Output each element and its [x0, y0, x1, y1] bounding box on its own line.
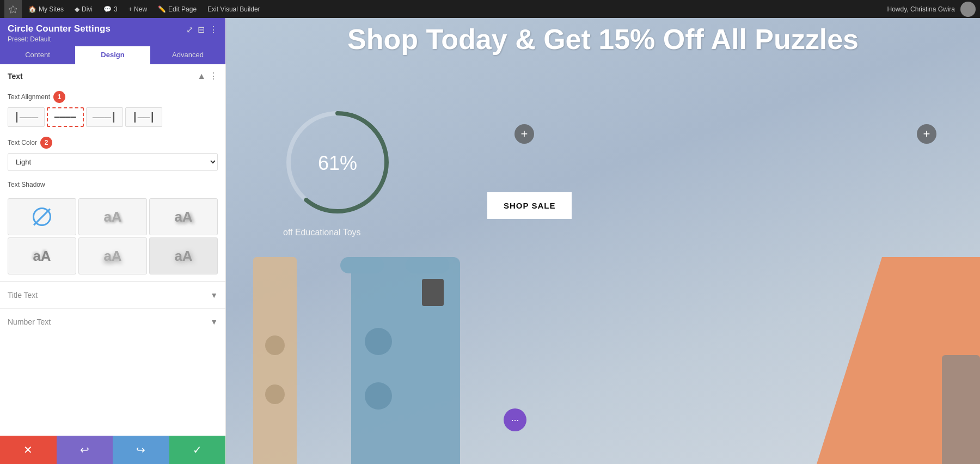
align-left-button[interactable]: ┃─── — [8, 107, 45, 127]
toy-wrench-body — [351, 257, 460, 464]
howdy-label: Howdy, Christina Gwira — [887, 5, 955, 13]
add-element-button-2[interactable]: + — [917, 124, 936, 144]
text-section-title: Text — [8, 72, 23, 81]
shadow-3-button[interactable]: aA — [8, 237, 76, 274]
divi-icon: ◆ — [75, 5, 79, 13]
home-icon: 🏠 — [28, 5, 36, 13]
toy-wrench-head-left — [340, 257, 384, 273]
settings-tabs: Content Design Advanced — [0, 46, 225, 64]
circle-label-text: off Educational Toys — [283, 228, 361, 237]
number-text-section: Number Text ▼ — [0, 308, 225, 335]
toy-bolt — [422, 279, 444, 306]
shadow-options: aA aA aA aA aA — [0, 195, 225, 281]
columns-icon[interactable]: ⊟ — [198, 25, 205, 35]
redo-button[interactable]: ↪ — [113, 436, 169, 464]
canvas-area: Shop Today & Get 15% Off All Puzzles 61%… — [226, 18, 980, 464]
title-text-chevron-icon: ▼ — [210, 291, 218, 300]
text-shadow-field: Text Shadow — [0, 178, 225, 195]
text-section-more-icon[interactable]: ⋮ — [209, 71, 218, 81]
exit-visual-builder-button[interactable]: Exit Visual Builder — [203, 0, 265, 18]
my-sites-label: My Sites — [39, 5, 64, 13]
hero-title: Shop Today & Get 15% Off All Puzzles — [226, 23, 980, 56]
toy-wrench-head-right — [406, 257, 449, 273]
more-options-button[interactable]: ··· — [504, 408, 526, 431]
preset-label: Preset: Default — [8, 35, 111, 43]
title-text-header[interactable]: Title Text ▼ — [0, 282, 225, 308]
text-alignment-field: Text Alignment 1 ┃─── ━━━━ ───┃ ┃──┃ — [0, 88, 225, 133]
shadow-none-button[interactable] — [8, 198, 76, 235]
admin-bar-right: Howdy, Christina Gwira — [887, 2, 976, 17]
shadow-4-button[interactable]: aA — [78, 237, 147, 274]
comments-menu[interactable]: 💬 3 — [99, 0, 122, 18]
align-right-button[interactable]: ───┃ — [86, 107, 123, 127]
badge-1: 1 — [53, 91, 65, 103]
toy-hole-1 — [265, 335, 285, 355]
my-sites-menu[interactable]: 🏠 My Sites — [24, 0, 68, 18]
toy-cylinder-right — [942, 355, 980, 464]
cancel-button[interactable]: ✕ — [0, 436, 57, 464]
shadow-1-button[interactable]: aA — [78, 198, 147, 235]
align-justify-button[interactable]: ┃──┃ — [125, 107, 162, 127]
admin-bar: ⚝ 🏠 My Sites ◆ Divi 💬 3 + New ✏️ Edit Pa… — [0, 0, 980, 18]
divi-label: Divi — [82, 5, 93, 13]
wp-logo[interactable]: ⚝ — [4, 0, 22, 18]
text-color-field: Text Color 2 Light Dark — [0, 133, 225, 178]
new-label: + New — [128, 5, 147, 13]
divi-menu[interactable]: ◆ Divi — [70, 0, 97, 18]
tab-advanced[interactable]: Advanced — [150, 46, 225, 64]
action-buttons: ✕ ↩ ↪ ✓ — [0, 436, 225, 464]
text-alignment-label: Text Alignment 1 — [8, 91, 218, 103]
no-shadow-icon — [33, 207, 51, 226]
toy-orange-shape — [817, 257, 980, 464]
text-section-collapse-icon[interactable]: ▲ — [197, 71, 206, 81]
add-element-button-1[interactable]: + — [514, 124, 534, 144]
align-center-button[interactable]: ━━━━ — [47, 107, 84, 127]
sidebar-content: Text ▲ ⋮ Text Alignment 1 ┃─── ━━━ — [0, 64, 225, 436]
confirm-button[interactable]: ✓ — [169, 436, 226, 464]
shadow-2-button[interactable]: aA — [149, 198, 218, 235]
text-color-label: Text Color 2 — [8, 137, 218, 149]
title-text-section: Title Text ▼ — [0, 282, 225, 308]
badge-2: 2 — [40, 137, 52, 149]
text-section: Text ▲ ⋮ Text Alignment 1 ┃─── ━━━ — [0, 64, 225, 282]
comment-count: 3 — [114, 5, 118, 13]
circle-percent-text: 61% — [318, 152, 357, 175]
text-shadow-label: Text Shadow — [8, 181, 218, 188]
new-content-menu[interactable]: + New — [124, 0, 151, 18]
toy-wrench-hole-2 — [365, 382, 392, 410]
undo-button[interactable]: ↩ — [57, 436, 113, 464]
edit-page-button[interactable]: ✏️ Edit Page — [154, 0, 201, 18]
title-text-label: Title Text — [8, 291, 38, 300]
alignment-options: ┃─── ━━━━ ───┃ ┃──┃ — [8, 107, 218, 127]
comment-icon: 💬 — [103, 5, 112, 13]
shadow-5-button[interactable]: aA — [149, 237, 218, 274]
fullscreen-icon[interactable]: ⤢ — [186, 25, 193, 35]
hero-section: Shop Today & Get 15% Off All Puzzles — [226, 18, 980, 56]
settings-panel: Circle Counter Settings Preset: Default … — [0, 18, 226, 464]
sidebar-header: Circle Counter Settings Preset: Default … — [0, 18, 225, 46]
toy-ruler — [253, 257, 297, 464]
toy-hole-2 — [265, 384, 285, 404]
tab-design[interactable]: Design — [75, 46, 150, 64]
number-text-header[interactable]: Number Text ▼ — [0, 309, 225, 335]
pencil-icon: ✏️ — [158, 5, 166, 13]
toy-background — [226, 235, 980, 464]
exit-vb-label: Exit Visual Builder — [207, 5, 260, 13]
shop-sale-button[interactable]: SHOP SALE — [487, 192, 572, 219]
number-text-chevron-icon: ▼ — [210, 318, 218, 326]
circle-counter: 61% — [280, 105, 395, 222]
more-options-icon[interactable]: ⋮ — [209, 25, 218, 35]
settings-title: Circle Counter Settings — [8, 23, 111, 34]
edit-page-label: Edit Page — [168, 5, 197, 13]
toy-wrench-hole-1 — [365, 328, 392, 355]
text-section-header[interactable]: Text ▲ ⋮ — [0, 64, 225, 88]
text-color-select[interactable]: Light Dark — [8, 153, 218, 171]
avatar — [960, 2, 976, 17]
tab-content[interactable]: Content — [0, 46, 75, 64]
number-text-label: Number Text — [8, 318, 51, 326]
